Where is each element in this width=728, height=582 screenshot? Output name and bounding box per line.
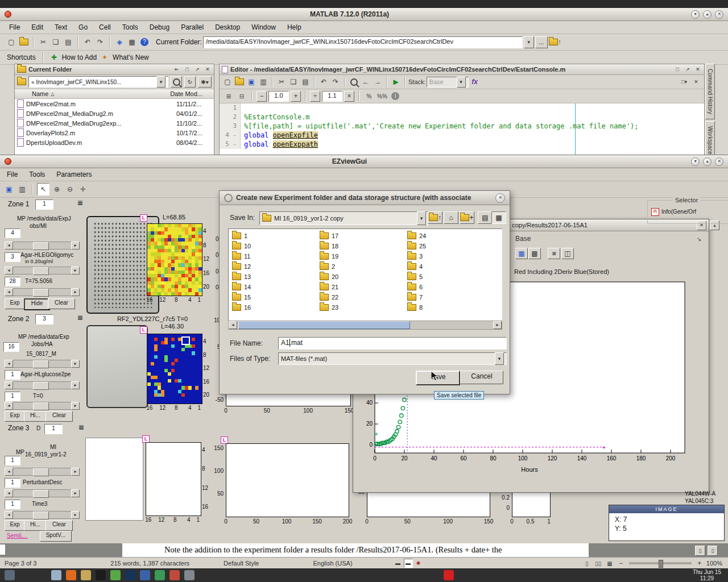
panel-restore-icon[interactable]: □ bbox=[183, 65, 191, 73]
panel-undock-icon[interactable]: ↗ bbox=[193, 65, 201, 73]
minimize-icon[interactable]: ▾ bbox=[691, 157, 700, 166]
menu-window[interactable]: Window bbox=[251, 23, 276, 31]
zone3-time-slider[interactable]: ◂▸ bbox=[5, 511, 80, 519]
zone3-number-field[interactable]: 1 bbox=[44, 424, 63, 434]
file-name-input[interactable]: A1.mat bbox=[278, 337, 507, 350]
folder-item[interactable]: 3 bbox=[407, 252, 491, 261]
zone3-clear-button[interactable]: Clear bbox=[46, 520, 73, 531]
window-close-icon[interactable]: ✕ bbox=[715, 10, 723, 19]
slider-track[interactable] bbox=[13, 288, 71, 296]
insert-mode-icon[interactable]: ▬ bbox=[392, 559, 404, 567]
editor-new-icon[interactable]: ▢ bbox=[222, 76, 233, 88]
zone2-struct-icon[interactable]: ▦ bbox=[76, 313, 84, 321]
slider-left-arrow-icon[interactable]: ◂ bbox=[5, 267, 13, 275]
editor-print-icon[interactable]: ▥ bbox=[258, 76, 269, 88]
zone1-time-field[interactable]: 28 bbox=[5, 277, 20, 286]
zone1-media-slider[interactable]: ◂▸ bbox=[5, 267, 80, 275]
slider-right-arrow-icon[interactable]: ▸ bbox=[71, 381, 80, 389]
zone2-time-field[interactable]: 1 bbox=[5, 392, 20, 401]
editor-undock-icon[interactable]: ↗ bbox=[684, 65, 692, 73]
zone3-media-field[interactable]: 1 bbox=[5, 478, 20, 488]
spot-view-button[interactable]: SpotV... bbox=[40, 531, 72, 542]
code-area[interactable]: 12%EstartConsole.m3%[file,path] = uiputf… bbox=[220, 103, 704, 156]
folder-address-combo[interactable]: « InovImager_jwrCF_WINLinx150...▾ bbox=[28, 76, 168, 88]
zone1-mp-field[interactable]: 4 bbox=[5, 228, 20, 238]
slider-track[interactable] bbox=[13, 242, 71, 250]
cut-icon[interactable]: ✂ bbox=[38, 36, 49, 48]
current-folder-header[interactable]: Current Folder ⇤ □ ↗ ✕ bbox=[15, 64, 214, 75]
column-date[interactable]: Date Mod... bbox=[170, 90, 202, 97]
scroll-left-icon[interactable]: ◂ bbox=[229, 321, 237, 329]
slider-left-arrow-icon[interactable]: ◂ bbox=[5, 360, 13, 368]
folder-list[interactable]: 1101112131415161718192202122232425345678 bbox=[228, 228, 502, 322]
multiply-value-field[interactable]: 1.1 bbox=[322, 91, 342, 102]
minimize-icon[interactable]: ▾ bbox=[691, 10, 700, 19]
matlab-titlebar[interactable]: MATLAB 7.12.0 (R2011a) ▾ ▴ ✕ bbox=[0, 8, 728, 21]
window-close-icon[interactable]: ✕ bbox=[715, 157, 723, 166]
menu-tools[interactable]: Tools bbox=[29, 171, 45, 178]
new-script-icon[interactable]: ▢ bbox=[6, 36, 17, 48]
fx-icon[interactable]: fx bbox=[469, 76, 481, 88]
menu-parameters[interactable]: Parameters bbox=[56, 171, 92, 178]
help-icon[interactable]: ? bbox=[139, 36, 150, 48]
editor-redo-icon[interactable]: ↷ bbox=[330, 76, 341, 88]
writer-page[interactable]: Note the addition to the experiment fold… bbox=[122, 543, 589, 557]
terminal-icon[interactable] bbox=[96, 570, 106, 580]
folder-item[interactable]: 18 bbox=[320, 242, 404, 251]
folder-item[interactable]: 24 bbox=[407, 231, 491, 240]
folder-item[interactable]: 2 bbox=[320, 262, 404, 271]
copy-icon[interactable]: ❏ bbox=[50, 36, 61, 48]
files-of-type-combo[interactable]: MAT-files (*.mat)▾ bbox=[278, 352, 507, 365]
editor-open-icon[interactable] bbox=[234, 76, 245, 88]
menu-file[interactable]: File bbox=[7, 171, 18, 178]
slider-thumb[interactable] bbox=[33, 490, 49, 498]
slider-right-arrow-icon[interactable]: ▸ bbox=[71, 288, 80, 296]
details-view-icon[interactable]: ▦ bbox=[491, 211, 506, 224]
taskbar-clock[interactable]: Thu Jun 15 11:29 bbox=[693, 569, 721, 581]
zoom-slider[interactable] bbox=[629, 562, 692, 564]
legend-toggle-icon[interactable]: L bbox=[140, 326, 147, 334]
file-row[interactable]: DMPexcel2mat_MediaDrug2exp...11/10/2... bbox=[15, 118, 214, 128]
office-impress-icon[interactable] bbox=[169, 570, 180, 580]
panel-close-icon[interactable]: ✕ bbox=[204, 65, 212, 73]
slider-right-arrow-icon[interactable]: ▸ bbox=[71, 402, 80, 410]
back-icon[interactable]: ← bbox=[360, 76, 371, 88]
slider-thumb[interactable] bbox=[33, 360, 49, 368]
image-window-titlebar[interactable]: IMAGE bbox=[609, 505, 724, 513]
document-modified-icon[interactable]: ✱ bbox=[413, 559, 424, 567]
results-corner-icon[interactable]: ↘ bbox=[694, 233, 704, 244]
folder-item[interactable]: 7 bbox=[407, 293, 491, 302]
zone1-struct-icon[interactable]: ▦ bbox=[76, 198, 84, 206]
slider-left-arrow-icon[interactable]: ◂ bbox=[5, 381, 13, 389]
maximize-icon[interactable]: ▴ bbox=[703, 10, 712, 19]
media-player-icon[interactable] bbox=[184, 570, 195, 580]
slider-thumb[interactable] bbox=[33, 382, 49, 390]
zoom-slider-thumb[interactable] bbox=[659, 560, 663, 568]
divide-value-button[interactable]: ÷ bbox=[310, 91, 320, 102]
slider-thumb[interactable] bbox=[33, 267, 49, 275]
guide-icon[interactable]: ▦ bbox=[126, 36, 138, 48]
zone1-clear-button[interactable]: Clear bbox=[48, 298, 75, 309]
current-folder-path-field[interactable]: /media/data/EASY/InovImager_jwrCF_WINLin… bbox=[203, 36, 523, 48]
zone2-time-slider[interactable]: ◂▸ bbox=[5, 402, 80, 410]
close-icon[interactable] bbox=[5, 11, 11, 18]
app-menu-icon[interactable] bbox=[51, 570, 61, 580]
folder-list-header[interactable]: Name △ Date Mod... bbox=[15, 89, 214, 99]
save-in-combo[interactable]: MI 16_0919_yor1-2 copy▾ bbox=[259, 211, 429, 225]
empty-heatmap-3[interactable] bbox=[146, 442, 201, 516]
file-manager-icon[interactable] bbox=[81, 570, 91, 580]
page-count[interactable]: Page 3 of 3 bbox=[5, 560, 36, 567]
gear-icon[interactable]: ✱▾ bbox=[198, 76, 212, 88]
folder-item[interactable]: 4 bbox=[407, 262, 491, 271]
writer-nav-icon[interactable]: ▯ bbox=[708, 546, 718, 556]
ezview-titlebar[interactable]: EZviewGui ▾ ▴ ✕ bbox=[0, 155, 728, 168]
folder-item[interactable]: 14 bbox=[232, 282, 316, 292]
slider-track[interactable] bbox=[13, 267, 71, 275]
layout-icon[interactable]: ◫ bbox=[561, 248, 574, 259]
side-tab-workspace[interactable]: Workspace bbox=[705, 121, 715, 160]
zone2-clear-button[interactable]: Clear bbox=[46, 411, 73, 422]
petri-plate-image-2[interactable] bbox=[86, 325, 148, 408]
folder-item[interactable]: 5 bbox=[407, 272, 491, 281]
file-row[interactable]: DMPexcel2mat.m11/11/2... bbox=[15, 99, 214, 109]
zone1-mp-slider[interactable]: ◂▸ bbox=[5, 242, 80, 250]
